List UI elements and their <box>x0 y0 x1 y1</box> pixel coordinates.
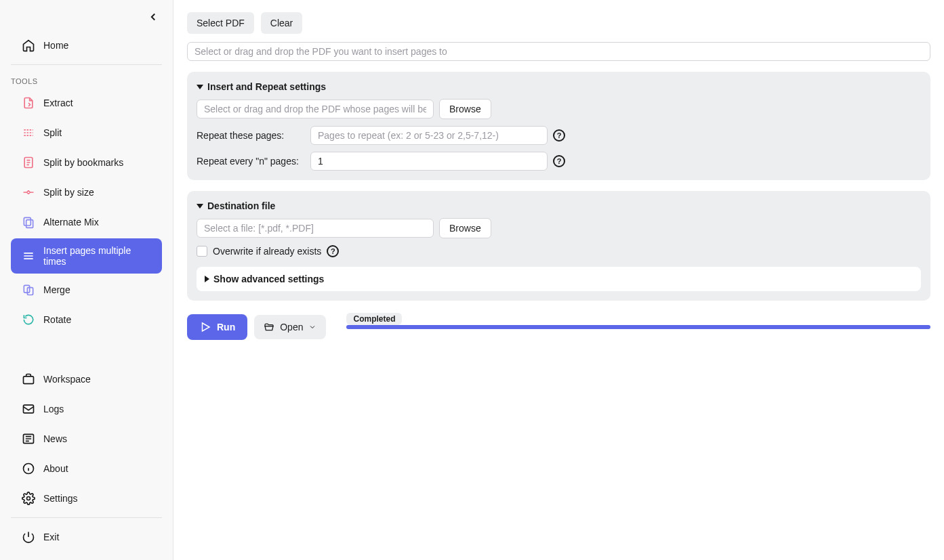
nav-exit[interactable]: Exit <box>11 523 162 551</box>
nav-label: Exit <box>43 532 59 542</box>
help-icon[interactable]: ? <box>553 155 565 167</box>
nav-logs[interactable]: Logs <box>11 395 162 423</box>
alternate-mix-icon <box>22 215 35 229</box>
nav-label: Logs <box>43 404 64 414</box>
nav-rotate[interactable]: Rotate <box>11 306 162 333</box>
nav-settings[interactable]: Settings <box>11 485 162 512</box>
open-button[interactable]: Open <box>254 315 326 339</box>
nav-label: Settings <box>43 493 78 504</box>
nav-label: Split by bookmarks <box>43 157 123 168</box>
chevron-down-icon <box>308 323 316 331</box>
svg-rect-2 <box>26 220 33 228</box>
nav-label: About <box>43 463 68 474</box>
repeat-every-input[interactable] <box>310 152 548 171</box>
nav-alternate-mix[interactable]: Alternate Mix <box>11 209 162 236</box>
open-label: Open <box>280 322 303 332</box>
nav-label: Rotate <box>43 314 71 325</box>
clear-button[interactable]: Clear <box>261 12 302 34</box>
nav-news[interactable]: News <box>11 425 162 452</box>
caret-right-icon <box>205 276 209 282</box>
collapse-sidebar-button[interactable] <box>0 8 173 30</box>
split-bookmarks-icon <box>22 156 35 169</box>
nav-label: Workspace <box>43 374 91 385</box>
caret-down-icon <box>197 204 203 209</box>
run-button[interactable]: Run <box>187 314 247 340</box>
nav-split[interactable]: Split <box>11 119 162 146</box>
progress: Completed <box>346 325 930 329</box>
insert-panel-header[interactable]: Insert and Repeat settings <box>197 81 921 92</box>
nav-label: Alternate Mix <box>43 217 99 228</box>
news-icon <box>22 432 35 446</box>
exit-icon <box>22 530 35 544</box>
extract-icon <box>22 96 35 110</box>
browse-source-button[interactable]: Browse <box>439 99 491 119</box>
destination-file-input[interactable] <box>197 219 434 238</box>
dest-panel-title: Destination file <box>207 200 275 211</box>
repeat-pages-input[interactable] <box>310 126 548 145</box>
nav-label: Extract <box>43 98 73 108</box>
nav-extract[interactable]: Extract <box>11 89 162 116</box>
svg-rect-6 <box>24 405 34 413</box>
insert-panel-title: Insert and Repeat settings <box>207 81 326 92</box>
advanced-settings-toggle[interactable]: Show advanced settings <box>197 267 921 291</box>
nav-label: Split by size <box>43 187 94 198</box>
progress-bar <box>346 325 930 329</box>
browse-destination-button[interactable]: Browse <box>439 218 491 238</box>
svg-point-9 <box>27 497 30 500</box>
about-icon <box>22 462 35 475</box>
nav-label: Merge <box>43 284 70 295</box>
logs-icon <box>22 402 35 416</box>
nav-label: Split <box>43 127 62 138</box>
nav-merge[interactable]: Merge <box>11 276 162 303</box>
help-icon[interactable]: ? <box>327 245 339 257</box>
nav-label: Insert pages multiple times <box>43 245 151 267</box>
select-pdf-button[interactable]: Select PDF <box>187 12 254 34</box>
split-size-icon <box>22 186 35 199</box>
run-label: Run <box>217 322 235 332</box>
play-icon <box>199 321 211 333</box>
repeat-pages-label: Repeat these pages: <box>197 130 305 141</box>
rotate-icon <box>22 313 35 326</box>
repeat-every-label: Repeat every "n" pages: <box>197 156 305 167</box>
settings-icon <box>22 492 35 505</box>
overwrite-label: Overwrite if already exists <box>213 246 321 257</box>
main-content: Select PDF Clear Insert and Repeat setti… <box>173 0 944 560</box>
merge-icon <box>22 283 35 297</box>
help-icon[interactable]: ? <box>553 129 565 142</box>
nav-split-bookmarks[interactable]: Split by bookmarks <box>11 149 162 176</box>
tools-section-header: TOOLS <box>0 72 173 88</box>
nav-split-size[interactable]: Split by size <box>11 179 162 206</box>
folder-open-icon <box>264 322 274 332</box>
overwrite-checkbox[interactable] <box>197 246 207 257</box>
svg-rect-1 <box>24 217 30 225</box>
nav-home-label: Home <box>43 40 68 51</box>
nav-label: News <box>43 433 67 444</box>
home-icon <box>22 39 35 52</box>
target-pdf-input[interactable] <box>187 42 930 61</box>
svg-rect-5 <box>24 376 34 384</box>
progress-status: Completed <box>346 313 402 325</box>
split-icon <box>22 126 35 139</box>
nav-about[interactable]: About <box>11 455 162 482</box>
nav-workspace[interactable]: Workspace <box>11 366 162 393</box>
sidebar: Home TOOLS Extract Split Split by bookma… <box>0 0 173 560</box>
advanced-settings-label: Show advanced settings <box>213 274 324 284</box>
nav-home[interactable]: Home <box>11 32 162 59</box>
dest-panel-header[interactable]: Destination file <box>197 200 921 211</box>
insert-pages-icon <box>22 249 35 263</box>
workspace-icon <box>22 372 35 386</box>
svg-marker-10 <box>203 323 210 331</box>
insert-repeat-panel: Insert and Repeat settings Browse Repeat… <box>187 72 930 180</box>
nav-insert-pages[interactable]: Insert pages multiple times <box>11 238 162 274</box>
chevron-left-icon <box>147 11 159 23</box>
destination-panel: Destination file Browse Overwrite if alr… <box>187 191 930 301</box>
caret-down-icon <box>197 85 203 89</box>
source-pdf-input[interactable] <box>197 100 434 119</box>
